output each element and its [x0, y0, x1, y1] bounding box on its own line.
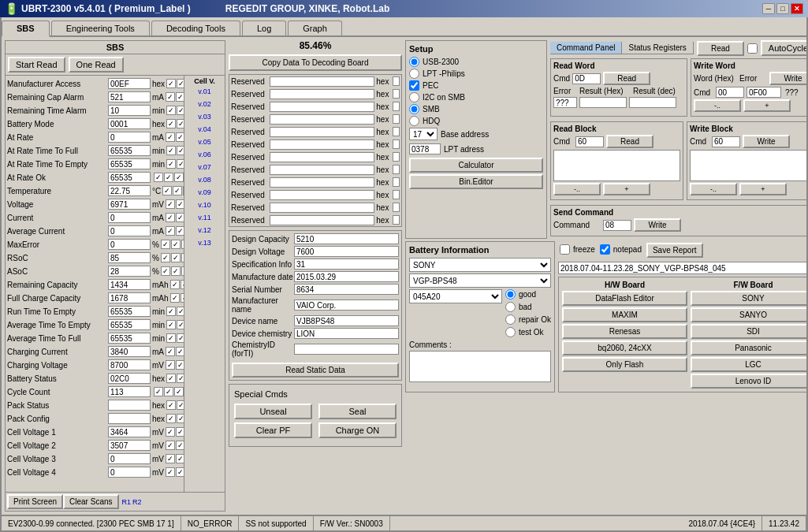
static-input[interactable] [294, 271, 399, 282]
read-block-cmd[interactable] [575, 136, 604, 147]
sbs-check-0[interactable]: ✓ [166, 132, 175, 142]
tab-graph[interactable]: Graph [288, 20, 342, 35]
static-input[interactable] [294, 284, 399, 295]
sbs-check-0[interactable]: ✓ [166, 347, 175, 356]
sbs-check-0[interactable]: ✓ [166, 441, 175, 450]
sbs-value-input[interactable] [108, 467, 151, 478]
sbs-check-1[interactable]: ✓ [177, 79, 184, 88]
sbs-check-0[interactable]: ✓ [161, 266, 170, 276]
lpt-radio[interactable] [409, 69, 419, 79]
sbs-check-1[interactable]: ✓ [176, 226, 184, 236]
read-word-button[interactable]: Read [603, 72, 650, 85]
reserved-check[interactable] [393, 215, 400, 225]
sbs-value-input[interactable] [108, 91, 151, 102]
sbs-value-input[interactable] [108, 386, 151, 397]
sbs-value-input[interactable] [108, 239, 151, 250]
repair-radio[interactable] [505, 314, 516, 325]
sbs-check-1[interactable]: ✓ [176, 132, 184, 142]
sbs-value-input[interactable] [108, 132, 151, 143]
start-read-button[interactable]: Start Read [8, 57, 65, 73]
sbs-value-input[interactable] [108, 212, 151, 223]
base-addr-select[interactable]: 17 [409, 128, 438, 140]
sbs-value-input[interactable] [108, 359, 151, 370]
read-block-plus[interactable]: + [603, 183, 650, 195]
unseal-button[interactable]: Unseal [234, 404, 312, 419]
sbs-check-0[interactable]: ✓ [170, 293, 180, 303]
sbs-value-input[interactable] [108, 145, 151, 156]
sbs-value-input[interactable] [108, 252, 151, 263]
tab-engineering[interactable]: Engineering Tools [51, 20, 150, 35]
sbs-value-input[interactable] [108, 426, 151, 437]
read-button[interactable]: Read [697, 41, 744, 56]
lpt-addr-input[interactable] [409, 143, 441, 154]
write-word-minus[interactable]: -.. [694, 99, 741, 112]
reserved-check[interactable] [393, 102, 400, 111]
static-input[interactable] [294, 233, 399, 244]
sbs-check-1[interactable]: ✓ [171, 240, 181, 249]
copy-data-button[interactable]: Copy Data To Decoding Board [229, 54, 402, 71]
read-block-minus[interactable]: -.. [553, 183, 601, 195]
good-radio[interactable] [505, 289, 516, 299]
reserved-check[interactable] [393, 203, 400, 212]
close-button[interactable]: ✕ [791, 3, 803, 14]
reserved-check[interactable] [393, 114, 400, 124]
read-word-error[interactable] [553, 97, 577, 108]
sbs-check-1[interactable]: ✓ [177, 307, 184, 316]
sbs-check-1[interactable]: ✓ [176, 360, 184, 370]
sbs-check-0[interactable]: ✓ [166, 320, 176, 329]
reserved-check[interactable] [393, 190, 400, 199]
lgc-fw-button[interactable]: LGC [691, 357, 806, 372]
sanyo-fw-button[interactable]: SANYO [691, 307, 806, 322]
sbs-value-input[interactable] [108, 346, 151, 357]
read-word-dec-result[interactable] [629, 97, 676, 108]
reserved-check[interactable] [393, 177, 400, 187]
sbs-check-1[interactable]: ✓ [173, 186, 182, 195]
reserved-input[interactable] [270, 102, 374, 112]
send-command-input[interactable] [603, 220, 631, 231]
sbs-check-1[interactable]: ✓ [177, 146, 184, 155]
hdq-radio[interactable] [409, 116, 419, 126]
sbs-check-0[interactable]: ✓ [162, 186, 172, 195]
autocycle-button[interactable]: AutoCycle [761, 40, 806, 56]
notepad-checkbox[interactable] [600, 244, 610, 255]
sbs-check-0[interactable]: ✓ [166, 307, 176, 316]
smb-radio[interactable] [409, 104, 419, 114]
sbs-check-0[interactable]: ✓ [166, 360, 175, 370]
reserved-check[interactable] [393, 140, 400, 149]
sbs-value-input[interactable] [108, 105, 151, 116]
reserved-input[interactable] [270, 127, 374, 137]
command-panel-tab[interactable]: Command Panel [550, 42, 622, 54]
static-input[interactable] [294, 299, 399, 311]
sbs-check-0[interactable]: ✓ [166, 146, 176, 155]
reserved-input[interactable] [270, 190, 374, 200]
sbs-check-0[interactable]: ✓ [166, 213, 175, 222]
write-block-cmd[interactable] [712, 136, 740, 147]
sbs-check-0[interactable]: ✓ [170, 280, 180, 289]
sbs-check-1[interactable]: ✓ [177, 333, 184, 343]
sbs-value-input[interactable] [108, 413, 151, 424]
renesas-button[interactable]: Renesas [562, 324, 687, 339]
manufacturer-select[interactable]: SONY [409, 258, 551, 272]
write-block-minus[interactable]: -.. [690, 183, 737, 195]
sbs-value-input[interactable] [108, 373, 151, 384]
reserved-check[interactable] [393, 152, 400, 162]
sbs-check-0[interactable]: ✓ [161, 253, 170, 262]
sbs-check-2[interactable]: ✓ [174, 173, 184, 182]
reserved-input[interactable] [270, 215, 374, 225]
sbs-check-0[interactable]: ✓ [166, 333, 176, 343]
static-input[interactable] [294, 246, 399, 257]
sbs-check-0[interactable]: ✓ [166, 226, 175, 236]
sbs-check-1[interactable]: ✓ [176, 347, 184, 356]
pec-checkbox[interactable] [409, 80, 419, 91]
sbs-check-0[interactable]: ✓ [166, 79, 176, 88]
sbs-value-input[interactable] [108, 306, 151, 317]
save-report-button[interactable]: Save Report [646, 243, 703, 258]
sbs-check-1[interactable]: ✓ [176, 441, 184, 450]
sbs-check-0[interactable]: ✓ [166, 106, 176, 115]
sbs-value-input[interactable] [108, 453, 151, 464]
sbs-check-1[interactable]: ✓ [177, 414, 184, 423]
i2c-radio[interactable] [409, 92, 419, 102]
sbs-check-0[interactable]: ✓ [166, 427, 175, 437]
reserved-input[interactable] [270, 114, 374, 125]
sbs-check-1[interactable]: ✓ [177, 119, 184, 128]
